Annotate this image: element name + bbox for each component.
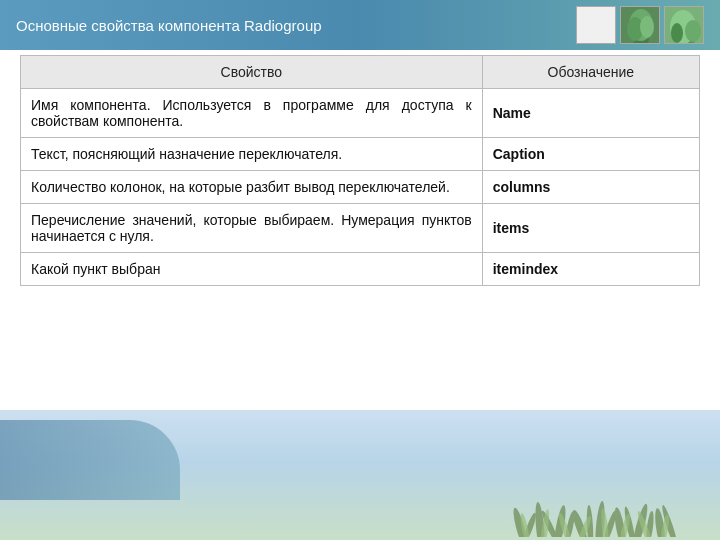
row-1-description: Имя компонента. Используется в программе… — [21, 89, 483, 138]
svg-point-8 — [685, 20, 701, 42]
header-images — [576, 6, 704, 44]
svg-point-4 — [640, 16, 654, 38]
row-5-name: itemindex — [482, 253, 699, 286]
table-row: Текст, поясняющий назначение переключате… — [21, 138, 700, 171]
row-2-name: Caption — [482, 138, 699, 171]
row-4-name: items — [482, 204, 699, 253]
header: Основные свойства компонента Radiogroup — [0, 0, 720, 50]
row-3-description: Количество колонок, на которые разбит вы… — [21, 171, 483, 204]
row-5-description: Какой пункт выбран — [21, 253, 483, 286]
header-image-green1 — [620, 6, 660, 44]
row-2-description: Текст, поясняющий назначение переключате… — [21, 138, 483, 171]
table-header-row: Свойство Обозначение — [21, 56, 700, 89]
plant-decoration-right — [490, 417, 690, 540]
bottom-wave-left — [0, 420, 180, 500]
properties-table: Свойство Обозначение Имя компонента. Исп… — [20, 55, 700, 286]
table-row: Количество колонок, на которые разбит вы… — [21, 171, 700, 204]
table-row: Имя компонента. Используется в программе… — [21, 89, 700, 138]
row-4-description: Перечисление значений, которые выбираем.… — [21, 204, 483, 253]
table-row: Перечисление значений, которые выбираем.… — [21, 204, 700, 253]
header-image-green2 — [664, 6, 704, 44]
col-header-designation: Обозначение — [482, 56, 699, 89]
header-title: Основные свойства компонента Radiogroup — [16, 17, 576, 34]
col-header-property: Свойство — [21, 56, 483, 89]
row-1-name: Name — [482, 89, 699, 138]
table-row: Какой пункт выбран itemindex — [21, 253, 700, 286]
header-image-white — [576, 6, 616, 44]
row-3-name: columns — [482, 171, 699, 204]
main-content: Свойство Обозначение Имя компонента. Исп… — [20, 55, 700, 286]
svg-point-9 — [671, 23, 683, 43]
